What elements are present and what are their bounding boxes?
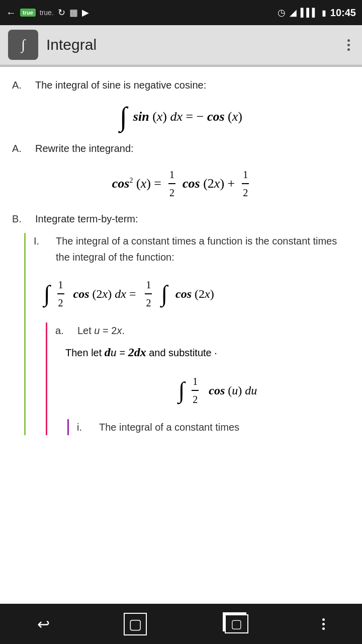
integral-sign-2: ∫ xyxy=(44,275,50,312)
integral-sign-4: ∫ xyxy=(178,372,185,409)
title-bar: ∫ Integral xyxy=(0,25,362,65)
section-i2-number: i. xyxy=(77,419,91,435)
formula-sin-integral: ∫ sin (x) dx = − cos (x) xyxy=(12,103,350,130)
section-a1-label: A. The integral of sine is negative cosi… xyxy=(12,77,350,93)
section-i-label: I. The integral of a constant times a fu… xyxy=(34,233,350,265)
section-b-text: Integrate term-by-term: xyxy=(35,211,138,227)
true-text: true. xyxy=(40,9,54,17)
fraction-half-4: 1 2 xyxy=(145,277,152,311)
back-icon: ↩ xyxy=(37,615,50,633)
fraction-half-1: 1 2 xyxy=(168,167,175,201)
section-a1: A. The integral of sine is negative cosi… xyxy=(12,77,350,130)
fraction-half-2: 1 2 xyxy=(242,167,249,201)
section-a2-text: Rewrite the integrand: xyxy=(35,140,134,156)
status-bar-right: ◷ ◢ ▌▌▌ ▮ 10:45 xyxy=(278,7,356,19)
cos2-left: cos2 (x) = xyxy=(112,173,161,194)
section-a1-letter: A. xyxy=(12,77,27,93)
signal-icon: ▌▌▌ xyxy=(301,8,318,17)
formula-cos-identity: cos2 (x) = 1 2 cos (2x) + 1 2 xyxy=(12,167,350,201)
home-button[interactable]: ▢ xyxy=(114,609,157,639)
app-icon: ∫ xyxy=(8,30,38,60)
section-a2-letter: A. xyxy=(12,140,27,156)
refresh-icon: ↻ xyxy=(58,7,65,18)
section-a2-label: A. Rewrite the integrand: xyxy=(12,140,350,156)
content-area: A. The integral of sine is negative cosi… xyxy=(0,67,362,604)
sin-expression: sin (x) dx = − cos (x) xyxy=(133,106,242,127)
battery-icon: ▮ xyxy=(322,8,326,18)
section-b-letter: B. xyxy=(12,211,27,227)
fraction-num-1: 1 xyxy=(168,167,175,184)
fraction-den-2: 2 xyxy=(242,184,249,201)
back-arrow-icon: ← xyxy=(6,7,16,19)
section-a3-container: a. Let u = 2x. Then let du = 2dx and sub… xyxy=(46,323,350,435)
section-i-number: I. xyxy=(34,233,48,265)
play-icon: ▶ xyxy=(82,7,89,18)
integral-icon: ∫ xyxy=(21,37,25,53)
section-a3-text: Let u = 2x. xyxy=(77,323,125,339)
recent-icon: ▢ xyxy=(225,614,248,633)
app-title: Integral xyxy=(46,36,97,53)
section-b: B. Integrate term-by-term: I. The integr… xyxy=(12,211,350,435)
true-badge: true xyxy=(20,9,36,17)
section-a3-label: a. Let u = 2x. xyxy=(55,323,350,339)
overflow-dot-2 xyxy=(347,44,350,46)
alarm-icon: ◷ xyxy=(278,7,286,18)
integral-sign-3: ∫ xyxy=(161,275,167,312)
cos-2x: cos (2x) + xyxy=(183,173,235,194)
home-icon: ▢ xyxy=(124,613,147,635)
fraction-num-2: 1 xyxy=(242,167,249,184)
substitute-text: Then let du = 2dx and substitute · xyxy=(55,343,350,362)
section-b-label: B. Integrate term-by-term: xyxy=(12,211,350,227)
section-a1-text: The integral of sine is negative cosine: xyxy=(35,77,206,93)
fn4: 1 xyxy=(145,277,152,294)
section-i2-text: The integral of a constant times xyxy=(99,419,239,435)
title-bar-left: ∫ Integral xyxy=(8,30,97,60)
cos2x-rhs: cos (2x) xyxy=(175,284,214,303)
section-a2: A. Rewrite the integrand: cos2 (x) = 1 2… xyxy=(12,140,350,201)
status-time: 10:45 xyxy=(330,7,356,19)
nav-dot-1 xyxy=(322,618,325,621)
overflow-dot-1 xyxy=(347,39,350,42)
nav-dot-3 xyxy=(322,627,325,630)
formula-integral-cos2x: ∫ 1 2 cos (2x) dx = 1 2 ∫ cos (2x) xyxy=(34,275,350,312)
section-i2-container: i. The integral of a constant times xyxy=(67,419,350,435)
fn3: 1 xyxy=(57,277,64,294)
fd5: 2 xyxy=(192,391,199,408)
formula-integral-cos-u: ∫ 1 2 cos (u) du xyxy=(55,372,350,409)
image-icon: ▦ xyxy=(69,7,78,18)
fn5: 1 xyxy=(192,373,199,391)
overflow-dot-3 xyxy=(347,48,350,51)
cos-u-du: cos (u) du xyxy=(209,381,257,400)
back-button[interactable]: ↩ xyxy=(27,611,60,637)
fraction-half-3: 1 2 xyxy=(57,277,64,311)
section-i-text: The integral of a constant times a funct… xyxy=(56,233,350,265)
integral-sign-1: ∫ xyxy=(120,103,127,130)
section-i2-label: i. The integral of a constant times xyxy=(77,419,350,435)
nav-overflow-dots xyxy=(322,618,325,630)
fd4: 2 xyxy=(145,294,152,311)
status-bar: ← true true. ↻ ▦ ▶ ◷ ◢ ▌▌▌ ▮ 10:45 xyxy=(0,0,362,25)
cos2x-dx: cos (2x) dx = xyxy=(73,284,136,303)
overflow-menu-button[interactable] xyxy=(343,35,354,55)
section-i-container: I. The integral of a constant times a fu… xyxy=(24,233,350,435)
bottom-navigation: ↩ ▢ ▢ xyxy=(0,604,362,644)
recent-apps-button[interactable]: ▢ xyxy=(211,610,258,637)
nav-overflow-button[interactable] xyxy=(312,614,335,634)
fraction-den-1: 2 xyxy=(168,184,175,201)
fd3: 2 xyxy=(57,294,64,311)
status-bar-left: ← true true. ↻ ▦ ▶ xyxy=(6,7,89,19)
section-a3-letter: a. xyxy=(55,323,69,339)
nav-dot-2 xyxy=(322,623,325,625)
fraction-half-5: 1 2 xyxy=(192,373,199,408)
wifi-icon: ◢ xyxy=(290,7,297,18)
